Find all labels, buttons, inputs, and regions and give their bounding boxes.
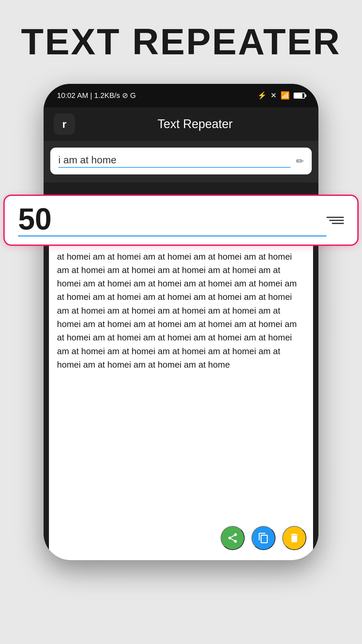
- output-section: i am at homei am at homei am at homei am…: [49, 215, 313, 560]
- copy-button[interactable]: [251, 526, 276, 550]
- text-input-card[interactable]: i am at home ✏: [50, 148, 312, 174]
- list-numbered-icon: [326, 217, 344, 224]
- main-title: TEXT REPEATER: [0, 20, 362, 63]
- wifi-icon: 📶: [281, 91, 290, 100]
- text-input[interactable]: i am at home: [58, 154, 291, 168]
- status-icons: ⚡ ✕ 📶: [257, 91, 305, 100]
- share-button[interactable]: [221, 526, 245, 550]
- app-bar-title: Text Repeater: [82, 117, 308, 131]
- highlight-repeat-count-box[interactable]: 50: [3, 195, 359, 246]
- phone-screen: r Text Repeater i am at home ✏ 50: [44, 107, 318, 560]
- action-buttons: [221, 526, 306, 550]
- input-section: i am at home ✏ 50: [44, 141, 318, 182]
- phone-frame: 10:02 AM | 1.2KB/s ⊘ G ⚡ ✕ 📶 r Text Repe…: [44, 84, 318, 560]
- battery-icon: [294, 93, 305, 99]
- app-bar: r Text Repeater: [44, 107, 318, 141]
- network-icon: ✕: [270, 91, 277, 100]
- delete-button[interactable]: [282, 526, 306, 550]
- highlight-count-value[interactable]: 50: [18, 204, 326, 236]
- bluetooth-icon: ⚡: [257, 91, 266, 100]
- app-logo: r: [54, 113, 75, 135]
- status-time-network: 10:02 AM | 1.2KB/s ⊘ G: [57, 91, 136, 100]
- pencil-icon[interactable]: ✏: [296, 156, 304, 167]
- status-bar: 10:02 AM | 1.2KB/s ⊘ G ⚡ ✕ 📶: [44, 84, 318, 107]
